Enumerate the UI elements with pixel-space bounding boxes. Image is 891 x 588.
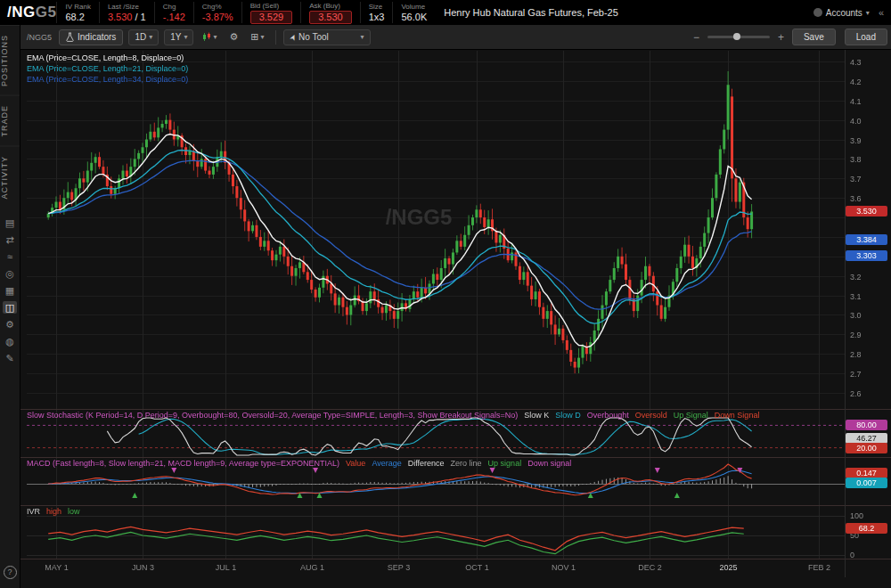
axis-price-badge: 0.007 xyxy=(846,478,887,488)
symbol-suffix: G5 xyxy=(36,4,57,20)
range-value: 1Y xyxy=(170,32,181,43)
collapse-panel-icon[interactable]: « xyxy=(877,7,891,18)
chart-settings-button[interactable]: ⚙ xyxy=(225,30,241,44)
chg-pct-label: Chg% xyxy=(202,3,222,12)
zoom-in-button[interactable]: + xyxy=(775,31,787,44)
macd-legend: MACD (Fast length=8, Slow length=21, MAC… xyxy=(27,459,577,468)
stochastic-legend: Slow Stochastic (K Period=14, D Period=9… xyxy=(27,411,765,420)
legend-item: Slow K xyxy=(524,411,549,420)
account-avatar-icon xyxy=(813,8,822,17)
load-button[interactable]: Load xyxy=(845,29,887,45)
marketwatch-icon[interactable]: ▦ xyxy=(3,284,17,297)
drawing-tool-value: No Tool xyxy=(298,32,329,43)
indicators-label: Indicators xyxy=(78,32,116,43)
legend-item: Down Signal xyxy=(715,411,760,420)
size-label: Size xyxy=(369,3,383,12)
chg-pct-value: -3.87% xyxy=(202,12,233,23)
legend-item: Difference xyxy=(408,459,445,468)
legend-item: Slow Stochastic (K Period=14, D Period=9… xyxy=(27,411,518,420)
trade-icon[interactable]: ⇄ xyxy=(3,233,17,246)
sidebar-icon-rail: ▤⇄≈◎▦◫⚙◍✎ xyxy=(3,216,17,566)
compare-grid-icon: ⊞ xyxy=(250,31,258,43)
candlestick-icon xyxy=(202,32,211,42)
charts-icon[interactable]: ◫ xyxy=(3,301,17,314)
aggregation-dropdown[interactable]: 1D ▾ xyxy=(128,29,159,45)
last-size-field: Last /Size 3.530 / 1 xyxy=(99,2,154,23)
chevron-down-icon: ▾ xyxy=(149,32,152,43)
drawing-tool-dropdown[interactable]: ➤ No Tool ▾ xyxy=(283,29,371,45)
size-field: Size 1x3 xyxy=(360,2,393,23)
accounts-label: Accounts xyxy=(826,8,862,18)
toolbar-divider xyxy=(275,30,276,45)
axis-price-badge: 3.530 xyxy=(846,206,887,216)
chart-type-button[interactable]: ▾ xyxy=(199,31,220,43)
sidebar-tab-activity[interactable]: ACTIVITY xyxy=(0,146,20,208)
ask-field: Ask (Buy) 3.530 xyxy=(300,2,360,23)
zoom-out-button[interactable]: − xyxy=(691,31,702,44)
iv-rank-value: 68.2 xyxy=(65,12,84,23)
chevron-down-icon: ▾ xyxy=(261,33,265,41)
cursor-icon: ➤ xyxy=(286,32,298,43)
zoom-slider[interactable] xyxy=(707,36,770,38)
symbol-label: /NGG5 xyxy=(7,4,56,21)
flask-icon xyxy=(66,32,74,42)
accounts-dropdown[interactable]: Accounts ▾ xyxy=(806,8,877,18)
legend-item: high xyxy=(46,507,61,516)
scan-icon[interactable]: ◎ xyxy=(3,267,17,280)
ask-button[interactable]: 3.530 xyxy=(309,11,352,24)
ema-legend: EMA (Price=CLOSE, Length=8, Displace=0)E… xyxy=(27,53,188,85)
legend-item: EMA (Price=CLOSE, Length=8, Displace=0) xyxy=(27,53,188,63)
chart-canvas[interactable] xyxy=(0,0,891,588)
chevron-down-icon: ▾ xyxy=(361,32,364,43)
range-dropdown[interactable]: 1Y ▾ xyxy=(164,29,193,45)
indicators-button[interactable]: Indicators xyxy=(59,29,123,45)
axis-price-badge: 68.2 xyxy=(846,523,887,534)
volume-field: Volume 56.0K xyxy=(392,2,435,23)
save-button[interactable]: Save xyxy=(792,29,836,45)
legend-item: EMA (Price=CLOSE, Length=34, Displace=0) xyxy=(27,74,188,85)
contract-description: Henry Hub Natural Gas Futures, Feb-25 xyxy=(444,7,618,18)
analyze-icon[interactable]: ≈ xyxy=(3,250,17,263)
legend-item: Overbought xyxy=(587,411,629,420)
volume-value: 56.0K xyxy=(401,12,427,23)
legend-item: Up Signal xyxy=(674,411,708,420)
legend-item: Slow D xyxy=(555,411,581,420)
compare-button[interactable]: ⊞ ▾ xyxy=(247,30,267,44)
last-size-value: / 1 xyxy=(132,12,145,22)
sidebar-tab-trade[interactable]: TRADE xyxy=(0,95,20,146)
axis-price-badge: 20.00 xyxy=(846,443,887,453)
legend-item: Average xyxy=(372,459,401,468)
monitor-icon[interactable]: ▤ xyxy=(3,216,17,229)
chevron-down-icon: ▾ xyxy=(213,33,217,41)
ask-label: Ask (Buy) xyxy=(309,2,340,11)
chevron-down-icon: ▾ xyxy=(184,32,187,43)
legend-item: low xyxy=(68,507,80,516)
axis-price-badge: 80.00 xyxy=(846,420,887,430)
legend-item: Zero line xyxy=(451,459,482,468)
bid-field: Bid (Sell) 3.529 xyxy=(241,2,301,23)
legend-item: Down signal xyxy=(527,459,571,468)
tools-icon[interactable]: ⚙ xyxy=(3,318,17,331)
help-icon[interactable]: ? xyxy=(4,566,17,579)
left-sidebar: POSITIONS TRADE ACTIVITY ▤⇄≈◎▦◫⚙◍✎ ? xyxy=(0,25,20,588)
axis-price-badge: 3.303 xyxy=(846,250,887,261)
volume-label: Volume xyxy=(401,3,425,12)
last-size-label: Last /Size xyxy=(108,3,139,12)
legend-item: MACD (Fast length=8, Slow length=21, MAC… xyxy=(27,459,339,468)
bid-button[interactable]: 3.529 xyxy=(250,11,293,24)
chg-label: Chg xyxy=(163,3,176,12)
legend-item: IVR xyxy=(27,507,40,516)
iv-rank-field: IV Rank 68.2 xyxy=(56,2,98,23)
education-icon[interactable]: ✎ xyxy=(3,352,17,364)
chg-pct-field: Chg% -3.87% xyxy=(193,2,241,23)
community-icon[interactable]: ◍ xyxy=(3,335,17,347)
legend-item: Value xyxy=(346,459,365,468)
bid-label: Bid (Sell) xyxy=(250,2,279,11)
zoom-slider-handle[interactable] xyxy=(733,33,740,40)
sidebar-tab-positions[interactable]: POSITIONS xyxy=(0,25,20,95)
size-value: 1x3 xyxy=(369,12,385,23)
legend-item: Oversold xyxy=(635,411,667,420)
toolbar-symbol-label: /NGG5 xyxy=(27,33,52,42)
chg-value: -.142 xyxy=(163,12,185,23)
quote-header: /NGG5 IV Rank 68.2 Last /Size 3.530 / 1 … xyxy=(0,0,891,25)
